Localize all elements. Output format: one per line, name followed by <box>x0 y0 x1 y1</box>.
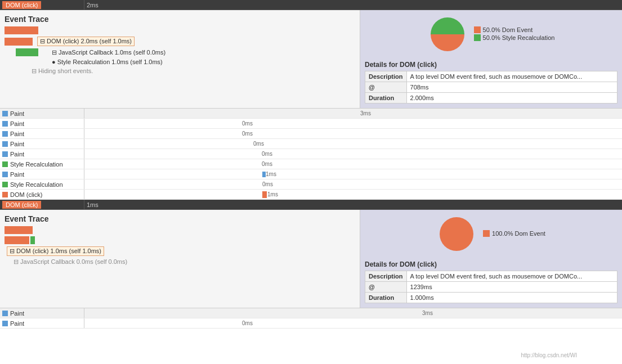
dom-click-label-1[interactable]: ⊟ DOM (click) 2.0ms (self 1.0ms) <box>37 37 135 46</box>
row-bar-paint-1: 0ms <box>84 119 622 128</box>
style-icon-1 <box>2 161 8 167</box>
js-callback-bar <box>16 48 38 56</box>
details-table-2: Description A top level DOM event fired,… <box>365 271 617 303</box>
hiding-label-1: ⊟ Hiding short events. <box>32 68 93 75</box>
event-trace-title-1: Event Trace <box>0 12 360 26</box>
row-bar-paint-3: 0ms <box>84 139 622 149</box>
pie-chart-2 <box>437 214 476 254</box>
paint-label-3: Paint <box>10 141 24 147</box>
second-dom-click-row: ⊟ DOM (click) 1.0ms (self 1.0ms) <box>0 246 360 257</box>
paint-icon-2 <box>2 121 8 127</box>
paint-label-1: Paint <box>10 120 24 127</box>
second-details-label-at: @ <box>365 282 407 293</box>
event-trace-title-2: Event Trace <box>0 212 360 226</box>
row-bar-paint-header: 3ms <box>84 109 622 118</box>
row-bar-style-1: 0ms <box>84 159 622 169</box>
details-row-at: @ 708ms <box>365 82 617 93</box>
row-label-paint-bottom-header: Paint <box>0 308 84 318</box>
style-recalc-row: ● Style Recalculation 1.0ms (self 1.0ms) <box>0 58 360 66</box>
time-3ms-1: 3ms <box>360 110 371 116</box>
timeline-row-paint-3ms: Paint 3ms <box>0 109 622 119</box>
details-label-description: Description <box>365 71 407 82</box>
dom-bar-1ms <box>262 191 267 198</box>
details-value-at: 708ms <box>406 82 617 93</box>
second-details-value-duration: 1.000ms <box>406 293 617 303</box>
dom-click-orange-bar <box>5 38 33 46</box>
row-bar-paint-4: 0ms <box>84 149 622 159</box>
style-icon-2 <box>2 182 8 187</box>
row-bar-paint-2: 0ms <box>84 129 622 138</box>
first-event-trace-section: Event Trace ⊟ DOM (click) 2.0ms (self 1.… <box>0 10 622 109</box>
js-callback-label-2: ⊟ JavaScript Callback 0.0ms (self 0.0ms) <box>14 258 127 266</box>
details-row-duration: Duration 2.000ms <box>365 93 617 104</box>
second-combo-row <box>0 236 360 245</box>
row-bar-paint-5: 1ms <box>84 169 622 179</box>
second-event-trace-left: Event Trace ⊟ DOM (click) 1.0ms (self 1.… <box>0 210 360 308</box>
row-label-paint-1: Paint <box>0 119 84 128</box>
second-orange-bar-row <box>0 226 360 235</box>
orange-bar-row <box>0 26 360 35</box>
second-details-row-description: Description A top level DOM event fired,… <box>365 271 617 282</box>
js-callback-row: ⊟ JavaScript Callback 1.0ms (self 0.0ms) <box>0 48 360 57</box>
paint-label-5: Paint <box>10 171 24 178</box>
timeline-row-paint-1ms: Paint 1ms <box>0 169 622 179</box>
row-label-style-1: Style Recalculation <box>0 159 84 169</box>
paint-label-header: Paint <box>10 110 24 117</box>
timeline-row-paint-0ms-bottom: Paint 0ms <box>0 318 622 329</box>
second-details-row-at: @ 1239ms <box>365 282 617 293</box>
time-3ms-2: 3ms <box>422 310 433 316</box>
timeline-row-style-0ms-1: Style Recalculation 0ms <box>0 159 622 169</box>
details-table-1: Description A top level DOM event fired,… <box>365 71 617 104</box>
legend-dot-dom <box>474 26 481 33</box>
paint-icon-4 <box>2 141 8 147</box>
details-title-2: Details for DOM (click) <box>365 260 617 268</box>
second-details-value-description: A top level DOM event fired, such as mou… <box>406 271 617 282</box>
row-label-dom-1: DOM (click) <box>0 190 84 199</box>
paint-label-bottom-header: Paint <box>10 310 24 317</box>
details-row-description: Description A top level DOM event fired,… <box>365 71 617 82</box>
legend-label-style: 50.0% Style Recalculation <box>483 34 555 41</box>
timeline-row-dom-1ms: DOM (click) 1ms <box>0 190 622 200</box>
paint-label-4: Paint <box>10 151 24 158</box>
details-section-2: Details for DOM (click) Description A to… <box>365 260 617 303</box>
details-value-description: A top level DOM event fired, such as mou… <box>406 71 617 82</box>
dom-label-1: DOM (click) <box>10 191 42 198</box>
legend-area-1: 50.0% Dom Event 50.0% Style Recalculatio… <box>474 26 555 42</box>
row-bar-dom-1: 1ms <box>84 190 622 199</box>
dom-icon-1 <box>2 192 8 197</box>
legend-area-2: 100.0% Dom Event <box>483 230 545 238</box>
time-0ms-bottom: 0ms <box>242 320 253 326</box>
dom-click-label-2[interactable]: ⊟ DOM (click) 1.0ms (self 1.0ms) <box>7 246 104 256</box>
timeline-row-paint-0ms-3: Paint 0ms <box>0 139 622 149</box>
second-top-bar-time: 1ms <box>87 201 99 208</box>
svg-point-0 <box>440 217 473 251</box>
time-1ms-dom: 1ms <box>267 191 278 197</box>
legend-label-dom: 50.0% Dom Event <box>483 26 533 33</box>
legend-item-dom-2: 100.0% Dom Event <box>483 230 545 237</box>
second-js-callback-row: ⊟ JavaScript Callback 0.0ms (self 0.0ms) <box>0 258 360 266</box>
paint-icon-3 <box>2 131 8 137</box>
pie-chart-1 <box>428 15 467 54</box>
details-label-at: @ <box>365 82 407 93</box>
details-section-1: Details for DOM (click) Description A to… <box>365 61 617 104</box>
second-dom-bar <box>5 236 29 244</box>
timeline-row-paint-3ms-2: Paint 3ms <box>0 308 622 318</box>
timeline-row-style-0ms-2: Style Recalculation 0ms <box>0 179 622 190</box>
second-event-trace-section: Event Trace ⊟ DOM (click) 1.0ms (self 1.… <box>0 210 622 308</box>
paint-label-bottom-1: Paint <box>10 320 24 327</box>
second-details-label-duration: Duration <box>365 293 407 303</box>
event-trace-left-panel: Event Trace ⊟ DOM (click) 2.0ms (self 1.… <box>0 10 360 108</box>
orange-bar-1 <box>5 26 38 34</box>
pie-chart-area-2: 100.0% Dom Event <box>365 214 617 254</box>
details-value-duration: 2.000ms <box>406 93 617 104</box>
details-title-1: Details for DOM (click) <box>365 61 617 69</box>
details-label-duration: Duration <box>365 93 407 104</box>
timeline-rows-2: Paint 3ms Paint 0ms <box>0 308 622 329</box>
row-label-paint-2: Paint <box>0 129 84 138</box>
legend-item-style: 50.0% Style Recalculation <box>474 34 555 41</box>
legend-dot-dom-2 <box>483 230 490 237</box>
pie-chart-area-1: 50.0% Dom Event 50.0% Style Recalculatio… <box>365 15 617 54</box>
top-bar: DOM (click) 2ms <box>0 0 622 10</box>
style-label-1: Style Recalculation <box>10 161 63 168</box>
time-0ms-1: 0ms <box>242 120 253 127</box>
